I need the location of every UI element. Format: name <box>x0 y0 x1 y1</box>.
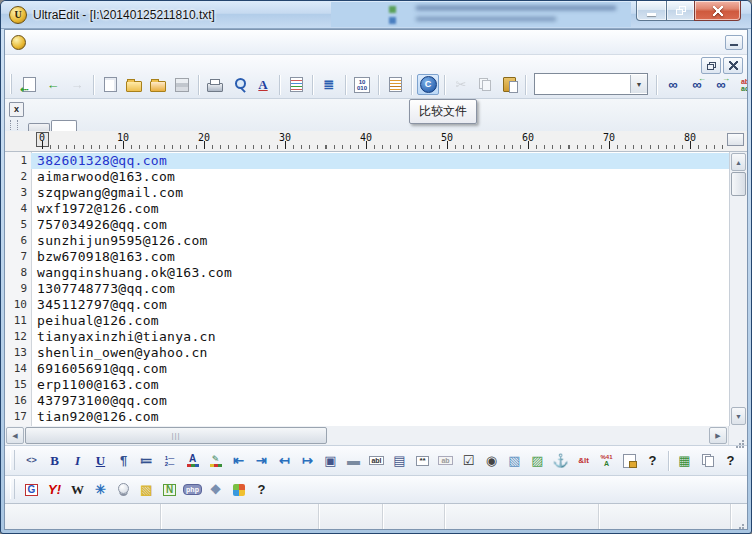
web-help-icon[interactable]: ? <box>251 480 272 500</box>
editor-line[interactable]: 7 bzw670918@163.com <box>5 249 729 265</box>
mdi-minimize-button[interactable] <box>725 35 743 50</box>
toolbar-grip[interactable] <box>10 450 15 470</box>
editor-line[interactable]: 14 691605691@qq.com <box>5 361 729 377</box>
horizontal-scrollbar[interactable]: ◀ ||| ▶ <box>5 426 728 445</box>
escape-char-icon[interactable] <box>573 451 594 471</box>
menu-macro[interactable] <box>143 39 157 45</box>
horizontal-rule-icon[interactable]: ▬ <box>343 451 364 471</box>
hex-edit-icon[interactable] <box>351 74 373 95</box>
menu-search[interactable] <box>59 39 73 45</box>
menu-advanced[interactable] <box>171 39 185 45</box>
cut-icon[interactable]: ✂ <box>450 74 472 95</box>
find-combobox-input[interactable] <box>535 76 630 92</box>
find-icon[interactable]: ∞ <box>662 74 684 95</box>
scroll-up-icon[interactable]: ▲ <box>731 153 746 171</box>
search-site-icon[interactable]: ▧ <box>136 480 157 500</box>
menu-column[interactable] <box>129 39 143 45</box>
text-lines[interactable]: 1 382601328@qq.com 2 aimarwood@163.com 3… <box>5 152 729 426</box>
find-next-icon[interactable]: ∞→ <box>710 74 732 95</box>
editor-line[interactable]: 12 tianyaxinzhi@tianya.cn <box>5 329 729 345</box>
form-dialog-icon[interactable]: ▣ <box>320 451 341 471</box>
forward-icon[interactable]: → <box>66 74 88 95</box>
menu-view[interactable] <box>101 39 115 45</box>
mdi-close-button[interactable] <box>723 57 743 74</box>
editor-line[interactable]: 13 shenlin_owen@yahoo.cn <box>5 345 729 361</box>
menu-file[interactable] <box>31 39 45 45</box>
minimize-button[interactable] <box>636 1 667 21</box>
editor-line[interactable]: 8 wangqinshuang.ok@163.com <box>5 265 729 281</box>
image-icon[interactable]: ▧ <box>504 451 525 471</box>
paragraph-marks-icon[interactable] <box>285 74 307 95</box>
windows-icon[interactable] <box>228 480 249 500</box>
menu-edit[interactable] <box>45 39 59 45</box>
new-file-icon[interactable] <box>99 74 121 95</box>
editor-line[interactable]: 5 757034926@qq.com <box>5 217 729 233</box>
text-field-icon[interactable] <box>366 451 387 471</box>
vertical-scrollbar[interactable]: ▲ ▼ <box>729 152 747 426</box>
tab-current-file[interactable] <box>51 120 77 131</box>
copy-format-icon[interactable] <box>697 451 718 471</box>
back-icon[interactable]: ← <box>42 74 64 95</box>
indent-paragraph-icon[interactable]: ¶ <box>113 451 134 471</box>
editor-line[interactable]: 4 wxf1972@126.com <box>5 201 729 217</box>
html-source-icon[interactable]: <> <box>21 451 42 471</box>
underline-icon[interactable]: U <box>90 451 111 471</box>
close-button[interactable] <box>694 1 741 21</box>
scroll-left-icon[interactable]: ◀ <box>6 427 24 444</box>
print-icon[interactable] <box>204 74 226 95</box>
horizontal-scroll-track[interactable] <box>327 426 708 445</box>
paste-icon[interactable] <box>498 74 520 95</box>
menu-insert[interactable] <box>73 39 87 45</box>
italic-icon[interactable]: I <box>67 451 88 471</box>
open-file-icon[interactable] <box>123 74 145 95</box>
list-field-icon[interactable]: ▤ <box>389 451 410 471</box>
bold-icon[interactable]: B <box>44 451 65 471</box>
editor-line[interactable]: 10 345112797@qq.com <box>5 297 729 313</box>
editor-line[interactable]: 11 peihual@126.com <box>5 313 729 329</box>
menu-format[interactable] <box>115 39 129 45</box>
resize-grip[interactable] <box>731 504 747 529</box>
replace-icon[interactable] <box>734 74 748 95</box>
numbered-list-icon[interactable] <box>159 451 180 471</box>
sort-icon[interactable]: ≣ <box>318 74 340 95</box>
bullet-list-icon[interactable]: ≔ <box>136 451 157 471</box>
menu-project[interactable] <box>87 39 101 45</box>
margin-right-icon[interactable]: ↦ <box>297 451 318 471</box>
indent-left-icon[interactable]: ⇤ <box>228 451 249 471</box>
menu-help[interactable] <box>199 39 213 45</box>
editor-line[interactable]: 3 szqpwang@gmail.com <box>5 185 729 201</box>
whatis-icon[interactable] <box>113 480 134 500</box>
print-preview-icon[interactable] <box>228 74 250 95</box>
char-code-icon[interactable] <box>596 451 617 471</box>
msdn-icon[interactable]: ❖ <box>205 480 226 500</box>
editor-line[interactable]: 15 erp1100@163.com <box>5 377 729 393</box>
highlight-icon[interactable] <box>205 451 226 471</box>
split-handle[interactable] <box>727 133 744 146</box>
editor-line[interactable]: 9 1307748773@qq.com <box>5 281 729 297</box>
save-file-icon[interactable] <box>171 74 193 95</box>
picture-icon[interactable]: ▨ <box>527 451 548 471</box>
table-icon[interactable]: ▦ <box>674 451 695 471</box>
tags-help-icon[interactable]: ? <box>720 451 741 471</box>
margin-left-icon[interactable]: ↤ <box>274 451 295 471</box>
radio-button-icon[interactable]: ◉ <box>481 451 502 471</box>
column-mode-icon[interactable] <box>384 74 406 95</box>
editor-line[interactable]: 6 sunzhijun9595@126.com <box>5 233 729 249</box>
google-icon[interactable]: G <box>21 480 42 500</box>
disabled-field-icon[interactable] <box>435 451 456 471</box>
font-icon[interactable]: A <box>252 74 274 95</box>
mdi-restore-button[interactable] <box>701 57 721 74</box>
ultraedit-app-icon[interactable] <box>9 6 27 24</box>
menu-window[interactable] <box>185 39 199 45</box>
php-icon[interactable]: php <box>182 480 203 500</box>
scroll-down-icon[interactable]: ▼ <box>731 407 746 425</box>
menu-script[interactable] <box>157 39 171 45</box>
indent-right-icon[interactable]: ⇥ <box>251 451 272 471</box>
find-prev-icon[interactable]: ∞← <box>686 74 708 95</box>
html-help-icon[interactable]: ? <box>642 451 663 471</box>
n-site-icon[interactable]: N <box>159 480 180 500</box>
toolbar-grip[interactable] <box>10 74 12 94</box>
restore-button[interactable] <box>667 1 694 21</box>
editor-line[interactable]: 16 437973100@qq.com <box>5 393 729 409</box>
scroll-right-icon[interactable]: ▶ <box>709 427 727 444</box>
